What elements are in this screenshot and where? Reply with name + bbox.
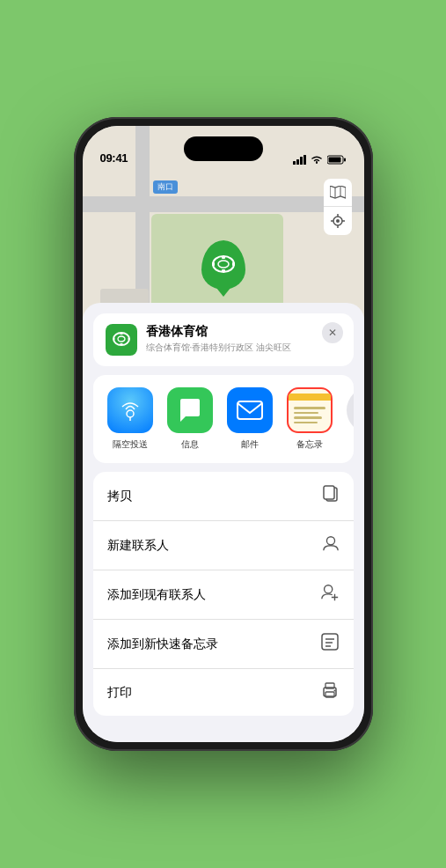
status-time: 09:41 (100, 151, 128, 165)
map-controls (324, 179, 352, 235)
svg-marker-13 (330, 186, 346, 198)
svg-rect-11 (212, 262, 215, 266)
bottom-sheet: 香港体育馆 综合体育馆·香港特别行政区 油尖旺区 ✕ (83, 303, 364, 742)
action-print[interactable]: 打印 (93, 669, 354, 716)
action-quick-note[interactable]: 添加到新快速备忘录 (93, 620, 354, 669)
share-item-mail[interactable]: 邮件 (220, 387, 280, 451)
action-new-contact-label: 新建联系人 (107, 538, 169, 554)
action-list: 拷贝 新建联系人 (93, 472, 354, 716)
svg-rect-1 (296, 159, 299, 165)
action-add-contact-label: 添加到现有联系人 (107, 587, 206, 603)
notes-icon (287, 387, 333, 433)
action-copy[interactable]: 拷贝 (93, 472, 354, 521)
mail-svg (236, 398, 264, 423)
action-new-contact[interactable]: 新建联系人 (93, 521, 354, 570)
svg-point-28 (127, 410, 134, 417)
svg-rect-0 (293, 161, 296, 165)
map-view-button[interactable] (324, 179, 352, 207)
svg-rect-12 (232, 262, 235, 266)
quick-note-icon (320, 632, 340, 656)
svg-rect-35 (324, 486, 334, 499)
quick-note-svg (320, 632, 340, 651)
venue-card: 香港体育馆 综合体育馆·香港特别行政区 油尖旺区 ✕ (93, 313, 354, 366)
venue-icon (106, 324, 137, 356)
svg-point-23 (118, 336, 125, 342)
dynamic-island (184, 136, 263, 161)
airdrop-svg (118, 398, 143, 423)
battery-icon (327, 155, 347, 165)
svg-point-47 (333, 690, 335, 692)
venue-name: 香港体育馆 (146, 324, 341, 340)
svg-point-17 (336, 219, 340, 223)
location-button[interactable] (324, 207, 352, 235)
wifi-icon (311, 155, 323, 165)
action-quick-note-label: 添加到新快速备忘录 (107, 636, 218, 652)
venue-info: 香港体育馆 综合体育馆·香港特别行政区 油尖旺区 (146, 324, 341, 354)
share-item-messages[interactable]: 信息 (160, 387, 220, 451)
pin-icon (201, 240, 245, 290)
messages-icon (167, 387, 213, 433)
svg-rect-6 (328, 158, 340, 163)
new-contact-icon (322, 533, 340, 557)
add-contact-svg (320, 583, 340, 602)
messages-svg (177, 397, 203, 423)
svg-point-36 (326, 537, 334, 545)
action-add-contact[interactable]: 添加到现有联系人 (93, 570, 354, 620)
more-icon (347, 387, 354, 433)
messages-label: 信息 (181, 438, 199, 451)
airdrop-icon (107, 387, 153, 433)
share-item-airdrop[interactable]: 隔空投送 (100, 387, 160, 451)
copy-svg (322, 484, 340, 504)
svg-rect-25 (120, 343, 122, 345)
svg-rect-5 (344, 158, 346, 162)
status-icons (293, 155, 347, 165)
svg-rect-9 (222, 256, 225, 259)
airdrop-label: 隔空投送 (113, 438, 148, 451)
copy-icon (322, 484, 340, 508)
stadium-icon (210, 252, 237, 278)
svg-rect-26 (113, 338, 114, 341)
close-button[interactable]: ✕ (322, 322, 343, 343)
phone-frame: 09:41 (74, 117, 373, 751)
venue-stadium-icon (111, 329, 132, 350)
signal-icon (293, 155, 306, 165)
map-label: 南口 (153, 180, 178, 194)
notes-label: 备忘录 (296, 438, 323, 451)
svg-rect-27 (128, 338, 129, 341)
svg-rect-24 (120, 333, 122, 335)
phone-screen: 09:41 (83, 126, 364, 742)
map-view-icon (330, 186, 346, 200)
svg-point-22 (113, 333, 129, 345)
svg-point-8 (218, 261, 229, 268)
print-icon (320, 681, 340, 703)
venue-subtitle: 综合体育馆·香港特别行政区 油尖旺区 (146, 342, 341, 354)
action-copy-label: 拷贝 (107, 489, 132, 504)
mail-icon (227, 387, 273, 433)
svg-rect-40 (322, 634, 338, 650)
svg-rect-30 (238, 401, 262, 419)
svg-rect-3 (303, 155, 306, 165)
action-print-label: 打印 (107, 685, 132, 701)
add-contact-icon (320, 583, 340, 607)
location-icon (331, 214, 345, 228)
print-svg (320, 681, 340, 699)
svg-rect-2 (300, 157, 303, 165)
svg-rect-10 (222, 269, 225, 272)
new-contact-svg (322, 533, 340, 553)
share-item-notes[interactable]: 备忘录 (280, 387, 340, 451)
share-item-more[interactable]: 提 (340, 387, 354, 451)
mail-label: 邮件 (241, 438, 259, 451)
svg-point-37 (324, 585, 332, 593)
share-row: 隔空投送 信息 (93, 375, 354, 463)
